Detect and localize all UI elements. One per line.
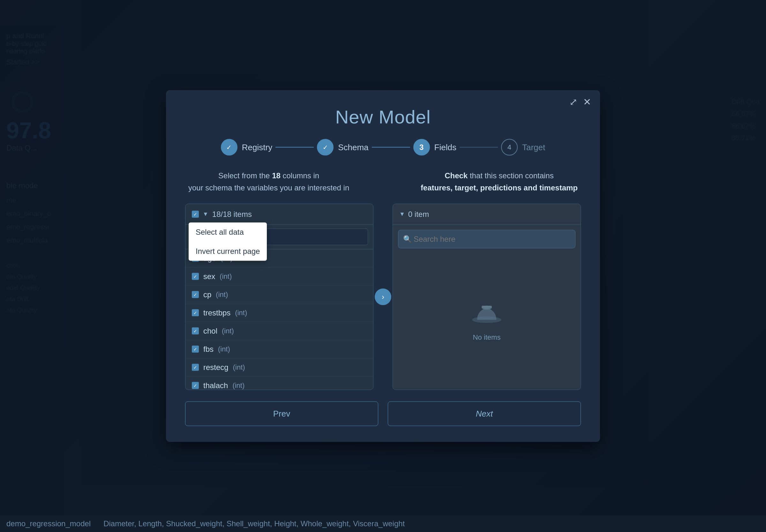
field-checkbox-restecg[interactable] xyxy=(192,364,199,371)
step-target: 4 Target xyxy=(501,139,545,156)
field-type-sex: (int) xyxy=(219,272,232,280)
next-button[interactable]: Next xyxy=(388,401,581,426)
new-model-modal: ⤢ ✕ New Model ✓ Registry ✓ Schema 3 Fiel… xyxy=(166,90,600,442)
modal-title: New Model xyxy=(185,106,581,128)
select-all-checkbox[interactable] xyxy=(192,211,199,218)
field-item-trestbps[interactable]: trestbps (int) xyxy=(185,304,373,322)
expand-button[interactable]: ⤢ xyxy=(569,97,577,107)
step-circle-target: 4 xyxy=(501,139,518,156)
search-icon: 🔍 xyxy=(403,235,412,243)
items-count-label: 18/18 items xyxy=(212,210,252,218)
empty-state-text: No items xyxy=(473,333,501,342)
field-name-sex: sex xyxy=(203,272,215,281)
field-item-restecg[interactable]: restecg (int) xyxy=(185,358,373,376)
step-circle-fields: 3 xyxy=(413,139,430,156)
right-panel: ▼ 0 item 🔍 xyxy=(393,203,581,390)
columns-wrapper: ▼ 18/18 items Select all data Invert cur… xyxy=(185,203,581,390)
dropdown-invert-page[interactable]: Invert current page xyxy=(189,241,267,261)
field-name-restecg: restecg xyxy=(203,363,228,372)
step-line-1 xyxy=(275,147,314,148)
step-registry: ✓ Registry xyxy=(221,139,272,156)
chevron-down-icon[interactable]: ▼ xyxy=(203,211,208,218)
step-label-schema: Schema xyxy=(338,142,368,152)
prev-button[interactable]: Prev xyxy=(185,401,378,426)
svg-rect-4 xyxy=(482,306,492,308)
field-type-thalach: (int) xyxy=(232,381,244,389)
field-type-fbs: (int) xyxy=(218,345,230,353)
field-checkbox-trestbps[interactable] xyxy=(192,309,199,316)
footer-buttons: Prev Next xyxy=(185,401,581,426)
step-circle-registry: ✓ xyxy=(221,139,237,156)
field-checkbox-sex[interactable] xyxy=(192,273,199,280)
field-name-cp: cp xyxy=(203,290,211,299)
field-item-chol[interactable]: chol (int) xyxy=(185,322,373,340)
right-chevron-icon: ▼ xyxy=(399,211,405,218)
step-circle-schema: ✓ xyxy=(317,139,333,156)
right-empty-state: No items xyxy=(393,253,581,389)
bottom-fields: Diameter, Length, Shucked_weight, Shell_… xyxy=(103,519,405,528)
field-item-fbs[interactable]: fbs (int) xyxy=(185,340,373,358)
left-panel-header[interactable]: ▼ 18/18 items Select all data Invert cur… xyxy=(185,204,373,225)
field-name-thalach: thalach xyxy=(203,381,228,389)
right-panel-header: ▼ 0 item xyxy=(393,204,581,225)
dropdown-menu: Select all data Invert current page xyxy=(189,222,267,261)
field-type-cp: (int) xyxy=(216,290,228,299)
modal-header-icons: ⤢ ✕ xyxy=(569,97,591,107)
columns: ▼ 18/18 items Select all data Invert cur… xyxy=(185,203,581,390)
close-button[interactable]: ✕ xyxy=(583,97,591,107)
field-checkbox-thalach[interactable] xyxy=(192,382,199,389)
field-name-trestbps: trestbps xyxy=(203,308,230,317)
step-schema: ✓ Schema xyxy=(317,139,368,156)
step-fields: 3 Fields xyxy=(413,139,457,156)
field-item-cp[interactable]: cp (int) xyxy=(185,285,373,304)
step-line-2 xyxy=(372,147,410,148)
transfer-arrow-button[interactable]: › xyxy=(375,288,391,305)
step-line-3 xyxy=(460,147,498,148)
field-type-restecg: (int) xyxy=(233,363,245,371)
field-name-fbs: fbs xyxy=(203,344,213,353)
field-type-chol: (int) xyxy=(222,327,234,335)
right-search-input[interactable] xyxy=(398,230,576,248)
step-label-registry: Registry xyxy=(242,142,272,152)
instruction-right: Check that this section contains feature… xyxy=(421,170,578,194)
empty-hat-icon xyxy=(471,301,503,328)
field-checkbox-cp[interactable] xyxy=(192,291,199,298)
field-item-thalach[interactable]: thalach (int) xyxy=(185,376,373,389)
left-panel: ▼ 18/18 items Select all data Invert cur… xyxy=(185,203,373,390)
step-label-target: Target xyxy=(522,142,545,152)
bottom-model-name: demo_regression_model xyxy=(6,519,91,528)
field-name-chol: chol xyxy=(203,326,217,335)
field-item-sex[interactable]: sex (int) xyxy=(185,267,373,285)
instruction-left: Select from the 18 columns in your schem… xyxy=(188,170,349,194)
stepper: ✓ Registry ✓ Schema 3 Fields 4 Target xyxy=(185,139,581,156)
field-checkbox-chol[interactable] xyxy=(192,327,199,334)
step-label-fields: Fields xyxy=(435,142,457,152)
field-checkbox-fbs[interactable] xyxy=(192,345,199,352)
instructions: Select from the 18 columns in your schem… xyxy=(185,170,581,194)
right-search-wrapper: 🔍 xyxy=(398,230,576,248)
right-items-count: 0 item xyxy=(408,210,429,218)
dropdown-select-all[interactable]: Select all data xyxy=(189,222,267,241)
field-list: age (int) sex (int) cp (int) xyxy=(185,249,373,389)
field-type-trestbps: (int) xyxy=(235,308,247,317)
bottom-bar: demo_regression_model Diameter, Length, … xyxy=(0,515,766,532)
